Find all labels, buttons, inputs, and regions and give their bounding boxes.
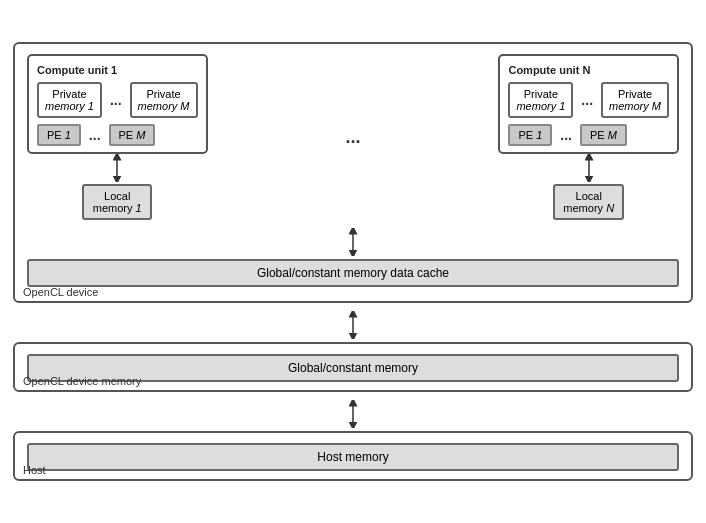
pmn1-sub: memory 1 [516,100,565,112]
pe-ellipsis-1: ... [87,127,103,143]
private-memories-n: Private memory 1 ... Private memory M [508,82,669,118]
global-cache-box: Global/constant memory data cache [27,259,679,287]
global-to-host-arrow [13,400,693,428]
opencl-device-box: Compute unit 1 Private memory 1 ... Priv… [13,42,693,303]
compute-unit-1-label: Compute unit 1 [37,64,198,76]
cun-arrow [579,154,599,182]
opencl-device-memory-label: OpenCL device memory [23,375,141,387]
cache-to-global-memory-arrow-svg [343,311,363,339]
pm-ellipsis-1: ... [108,92,124,108]
pe-row-1: PE 1 ... PE M [37,124,198,146]
opencl-device-memory-box: Global/constant memory OpenCL device mem… [13,342,693,392]
compute-unit-n: Compute unit N Private memory 1 ... Priv… [498,54,679,154]
pe-row-n: PE 1 ... PE M [508,124,669,146]
private-memories-1: Private memory 1 ... Private memory M [37,82,198,118]
compute-unit-1-wrapper: Compute unit 1 Private memory 1 ... Priv… [27,54,208,220]
pe-1-m: PE M [109,124,156,146]
cu1-arrow-svg [107,154,127,182]
compute-unit-n-wrapper: Compute unit N Private memory 1 ... Priv… [498,54,679,220]
diagram: Compute unit 1 Private memory 1 ... Priv… [13,42,693,481]
compute-units-row: Compute unit 1 Private memory 1 ... Priv… [27,54,679,220]
host-memory-box: Host memory [27,443,679,471]
local-memory-n: Local memory N [553,184,624,220]
compute-unit-1: Compute unit 1 Private memory 1 ... Priv… [27,54,208,154]
private-memory-1-m: Private memory M [130,82,198,118]
pm1-sub: memory 1 [45,100,94,112]
global-to-host-arrow-svg [343,400,363,428]
local-to-global-arrow-svg [343,228,363,256]
cache-to-global-memory-arrow [13,311,693,339]
pe-n-m: PE M [580,124,627,146]
private-memory-n-1: Private memory 1 [508,82,573,118]
host-label: Host [23,464,46,476]
pe-n-1: PE 1 [508,124,552,146]
pm-ellipsis-n: ... [579,92,595,108]
pmm-sub: memory M [138,100,190,112]
compute-unit-n-label: Compute unit N [508,64,669,76]
host-box: Host memory Host [13,431,693,481]
cu-ellipsis: ... [335,127,370,148]
global-cache-row: Global/constant memory data cache [27,259,679,287]
local-memory-1: Local memory 1 [82,184,152,220]
pe-ellipsis-n: ... [558,127,574,143]
opencl-device-label: OpenCL device [23,286,98,298]
local-to-global-arrow [27,228,679,256]
pe-1-1: PE 1 [37,124,81,146]
cun-arrow-svg [579,154,599,182]
private-memory-1-1: Private memory 1 [37,82,102,118]
private-memory-n-m: Private memory M [601,82,669,118]
cu1-arrow [107,154,127,182]
pmnm-sub: memory M [609,100,661,112]
